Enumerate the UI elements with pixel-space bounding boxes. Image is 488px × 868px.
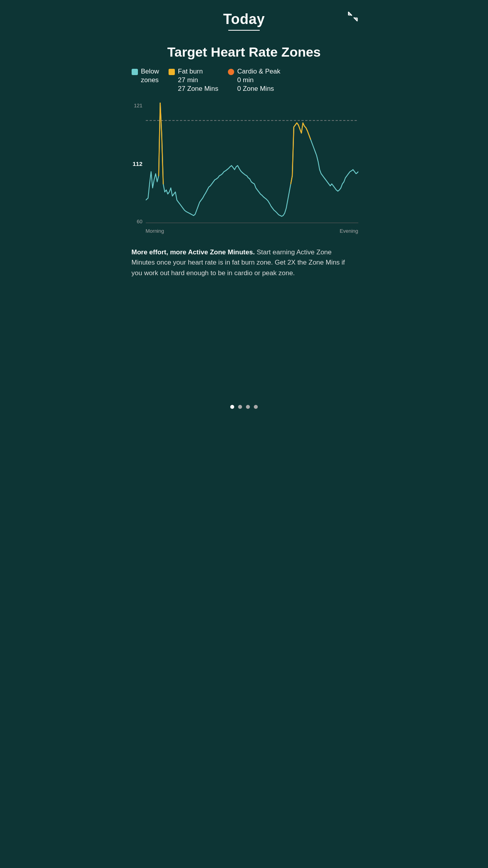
y-label-112: 112 [130, 160, 144, 167]
dot-4[interactable] [254, 405, 258, 409]
cardio-peak-text: Cardio & Peak 0 min 0 Zone Mins [237, 67, 281, 93]
chart-canvas [146, 103, 358, 224]
dot-2[interactable] [238, 405, 242, 409]
page-container: Today Target Heart Rate Zones Below zone… [122, 0, 366, 434]
y-axis-labels: 121 112 60 [130, 103, 144, 236]
chart-svg [146, 103, 358, 224]
page-title: Today [223, 11, 265, 27]
section-title: Target Heart Rate Zones [132, 44, 357, 60]
below-text: Below zones [141, 67, 159, 85]
dots-indicator [122, 397, 366, 418]
header: Today [122, 0, 366, 35]
x-axis-labels: Morning Evening [146, 225, 358, 236]
description-section: More effort, more Active Zone Minutes. S… [132, 247, 357, 278]
cardio-peak-dot [228, 69, 234, 75]
x-label-morning: Morning [146, 228, 164, 234]
collapse-button[interactable] [347, 11, 358, 24]
legend-item-fat-burn: Fat burn 27 min 27 Zone Mins [169, 67, 218, 93]
fat-burn-dot [169, 69, 175, 75]
legend-item-below: Below zones [132, 67, 159, 85]
y-label-121: 121 [130, 103, 144, 108]
header-underline [228, 30, 260, 31]
description-bold: More effort, more Active Zone Minutes. [132, 248, 255, 256]
dot-1[interactable] [230, 405, 234, 409]
fat-burn-text: Fat burn 27 min 27 Zone Mins [178, 67, 218, 93]
chart-area: 121 112 60 [130, 103, 358, 236]
dot-3[interactable] [246, 405, 250, 409]
legend-item-cardio-peak: Cardio & Peak 0 min 0 Zone Mins [228, 67, 281, 93]
below-dot [132, 69, 138, 75]
x-label-evening: Evening [340, 228, 358, 234]
legend: Below zones Fat burn 27 min 27 Zone Mins… [122, 67, 366, 93]
y-label-60: 60 [130, 219, 144, 224]
